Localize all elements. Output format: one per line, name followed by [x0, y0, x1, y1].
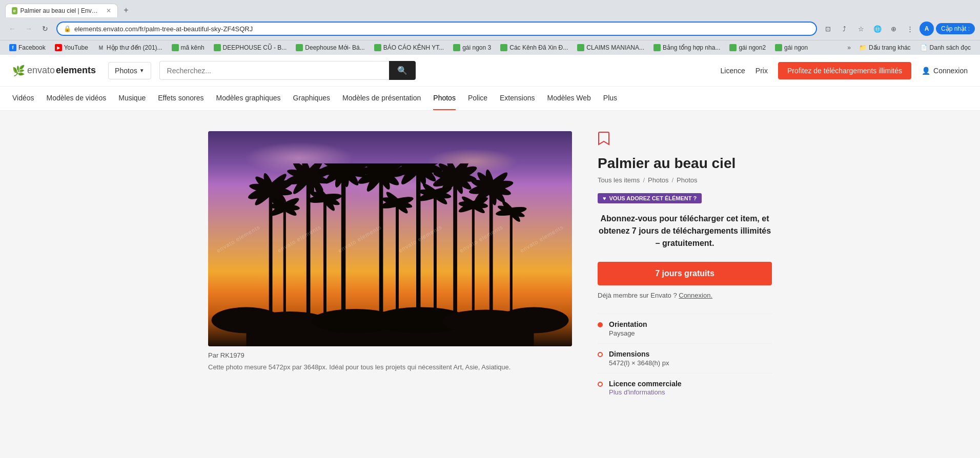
- love-badge[interactable]: ♥ VOUS ADOREZ CET ÉLÉMENT ?: [598, 193, 702, 203]
- tabs-bar: e Palmier au beau ciel | Envato Elements…: [0, 0, 980, 17]
- bookmark-claims[interactable]: CLAIMS MANIANA...: [573, 43, 648, 53]
- bookmark-folder-dau-trang-label: Dấu trang khác: [869, 44, 911, 51]
- search-bar: 🔍: [159, 61, 416, 80]
- more-bookmarks-btn[interactable]: »: [844, 43, 854, 53]
- prix-link[interactable]: Prix: [756, 67, 768, 75]
- reload-btn[interactable]: ↻: [38, 22, 52, 36]
- cat-modeles-presentation[interactable]: Modèles de présentation: [342, 87, 421, 110]
- gmail-icon: M: [97, 44, 105, 51]
- website: 🌿 envatoelements Photos ▼ 🔍 Licence Prix…: [0, 55, 980, 423]
- share-btn[interactable]: ⤴: [838, 22, 852, 36]
- meta-content-dimensions: Dimensions 5472(l) × 3648(h) px: [609, 350, 772, 367]
- bookmark-gai-ngon3-label: gái ngon 3: [462, 44, 491, 51]
- meta-content-licence: Licence commerciale Plus d'informations: [609, 380, 772, 396]
- svg-rect-13: [341, 168, 346, 321]
- bookmark-cac-kenh[interactable]: Các Kênh Đã Xin Đ...: [496, 43, 572, 53]
- cat-police[interactable]: Police: [468, 87, 487, 110]
- cat-modeles-web[interactable]: Modèles Web: [547, 87, 591, 110]
- cat-musique[interactable]: Musique: [118, 87, 146, 110]
- cat-photos[interactable]: Photos: [433, 87, 456, 110]
- bao-cao-icon: [374, 44, 381, 51]
- bookmark-gmail[interactable]: M Hộp thư đến (201)...: [93, 43, 167, 53]
- bookmark-facebook-label: Facebook: [18, 44, 46, 51]
- breadcrumb-sep-2: /: [671, 176, 673, 184]
- svg-rect-26: [416, 165, 421, 320]
- meta-label-dimensions: Dimensions: [609, 350, 772, 358]
- meta-link-licence[interactable]: Plus d'informations: [609, 388, 665, 396]
- lock-icon: 🔒: [64, 25, 71, 32]
- cat-extensions[interactable]: Extensions: [500, 87, 535, 110]
- update-btn[interactable]: Cập nhật :: [936, 23, 975, 34]
- breadcrumb-photos-1[interactable]: Photos: [648, 176, 668, 184]
- breadcrumb-photos-2[interactable]: Photos: [677, 176, 697, 184]
- cat-effets-sonores[interactable]: Effets sonores: [158, 87, 203, 110]
- cat-videos[interactable]: Vidéos: [12, 87, 34, 110]
- bookmark-gai-ngon2-label: gái ngon2: [739, 44, 766, 51]
- profile-avatar[interactable]: A: [920, 22, 934, 36]
- bookmark-ma-kenh[interactable]: mã kênh: [168, 43, 209, 53]
- tab-close-btn[interactable]: ✕: [106, 7, 111, 14]
- folder-icon: 📁: [859, 44, 867, 51]
- login-btn[interactable]: 👤 Connexion: [922, 67, 968, 75]
- meta-dot-orientation: [598, 322, 603, 327]
- bookmark-folder-dau-trang[interactable]: 📁 Dấu trang khác: [855, 43, 915, 53]
- account-icon: 👤: [922, 67, 930, 75]
- member-login-link[interactable]: Connexion.: [679, 292, 712, 299]
- licence-link[interactable]: Licence: [721, 67, 745, 75]
- search-input[interactable]: [159, 61, 389, 80]
- address-bar[interactable]: 🔒 elements.envato.com/fr/palm-tree-at-be…: [56, 22, 817, 36]
- header-links: Licence Prix Profitez de téléchargements…: [721, 62, 968, 79]
- screen-capture-btn[interactable]: ⊡: [821, 22, 835, 36]
- bookmark-folder-danh-sach[interactable]: 📄 Danh sách đọc: [916, 43, 975, 53]
- svg-rect-7: [307, 177, 311, 321]
- bookmark-gai-ngon[interactable]: gái ngon: [771, 43, 812, 53]
- bookmark-deephouse-moi[interactable]: Deephouse Mới- Bá...: [292, 43, 369, 53]
- member-text-before: Déjà membre sur Envato ?: [598, 292, 677, 299]
- category-nav: Vidéos Modèles de vidéos Musique Effets …: [0, 87, 980, 111]
- tab-favicon: e: [12, 7, 17, 14]
- back-btn[interactable]: ←: [5, 22, 19, 36]
- forward-btn[interactable]: →: [22, 22, 36, 36]
- love-badge-label: VOUS ADOREZ CET ÉLÉMENT ?: [609, 195, 697, 201]
- search-button[interactable]: 🔍: [389, 61, 416, 80]
- item-title: Palmier au beau ciel: [598, 155, 772, 172]
- translate-btn[interactable]: 🌐: [870, 22, 885, 36]
- meta-dot-dimensions: [598, 352, 603, 357]
- settings-btn[interactable]: ⋮: [903, 22, 917, 36]
- bookmark-youtube-label: YouTube: [64, 44, 88, 51]
- site-logo[interactable]: 🌿 envatoelements: [12, 65, 96, 77]
- content-type-dropdown[interactable]: Photos ▼: [108, 62, 151, 79]
- bookmark-claims-label: CLAIMS MANIANA...: [586, 44, 644, 51]
- cat-modeles-videos[interactable]: Modèles de vidéos: [47, 87, 107, 110]
- deephouse-moi-icon: [296, 44, 303, 51]
- breadcrumb-tous-items[interactable]: Tous les items: [598, 176, 640, 184]
- subscribe-cta-btn[interactable]: Profitez de téléchargements illimités: [778, 62, 911, 79]
- photo-image[interactable]: envato elements envato elements envato e…: [208, 131, 572, 346]
- active-tab[interactable]: e Palmier au beau ciel | Envato Elements…: [5, 4, 118, 17]
- bookmark-deephouse-cu[interactable]: DEEPHOUSE CŨ - B...: [210, 43, 291, 53]
- youtube-icon: ▶: [55, 44, 62, 51]
- breadcrumb: Tous les items / Photos / Photos: [598, 176, 772, 184]
- bookmark-gai-ngon3[interactable]: gái ngon 3: [449, 43, 495, 53]
- bookmark-facebook[interactable]: f Facebook: [5, 43, 50, 53]
- tab-title: Palmier au beau ciel | Envato Elements: [21, 7, 101, 14]
- bookmarks-bar: f Facebook ▶ YouTube M Hộp thư đến (201)…: [0, 40, 980, 55]
- bookmark-deephouse-moi-label: Deephouse Mới- Bá...: [305, 44, 364, 51]
- bookmark-bao-cao[interactable]: BÁO CÁO KÊNH YT...: [370, 43, 448, 53]
- bookmark-bang-tong-hop-label: Bảng tổng hợp nha...: [663, 44, 720, 51]
- info-panel: Palmier au beau ciel Tous les items / Ph…: [598, 131, 772, 402]
- cat-graphiques[interactable]: Graphiques: [293, 87, 330, 110]
- svg-rect-48: [323, 198, 326, 320]
- bookmark-youtube[interactable]: ▶ YouTube: [51, 43, 92, 53]
- photo-credit: Par RK1979: [208, 351, 572, 359]
- bookmark-star-btn[interactable]: ☆: [854, 22, 868, 36]
- cat-plus[interactable]: Plus: [603, 87, 617, 110]
- bookmark-gai-ngon2[interactable]: gái ngon2: [725, 43, 770, 53]
- bookmark-bang-tong-hop[interactable]: Bảng tổng hợp nha...: [649, 43, 724, 53]
- new-tab-btn[interactable]: +: [119, 3, 133, 17]
- cat-modeles-graphiques[interactable]: Modèles graphiques: [216, 87, 280, 110]
- svg-rect-32: [453, 177, 457, 321]
- browser-chrome: e Palmier au beau ciel | Envato Elements…: [0, 0, 980, 55]
- free-trial-btn[interactable]: 7 jours gratuits: [598, 262, 772, 285]
- chrome-lens-btn[interactable]: ⊕: [887, 22, 901, 36]
